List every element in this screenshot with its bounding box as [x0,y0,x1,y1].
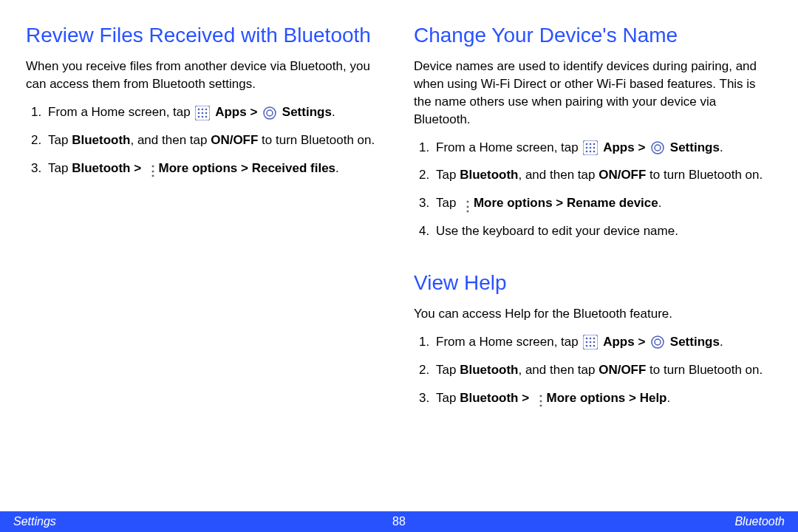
apps-label: Apps > [603,335,649,349]
step-item: From a Home screen, tap Apps > Settings. [45,103,384,121]
footer-left: Settings [13,515,392,528]
page-content: Review Files Received with Bluetooth Whe… [0,0,798,436]
svg-point-13 [586,143,588,146]
step-text: Tap [436,391,460,405]
step-text: Tap [48,133,72,147]
footer-right: Bluetooth [406,515,785,528]
svg-point-33 [593,345,596,347]
svg-point-28 [586,341,588,344]
steps-list: From a Home screen, tap Apps > Settings.… [414,333,772,406]
bold-text: Bluetooth > [72,161,145,175]
footer-page-number: 88 [392,515,406,528]
apps-label: Apps > [603,140,649,154]
svg-point-15 [593,143,596,146]
settings-label: Settings [282,105,332,119]
svg-point-14 [590,143,592,146]
step-item: Tap Bluetooth, and then tap ON/OFF to tu… [45,132,384,149]
svg-point-1 [198,108,200,110]
svg-point-27 [593,338,596,340]
step-item: Use the keyboard to edit your device nam… [433,222,772,240]
step-item: From a Home screen, tap Apps > Settings. [433,139,772,157]
apps-icon [583,140,598,155]
svg-point-18 [593,147,596,149]
section-intro: Device names are used to identify device… [414,58,772,128]
step-text: , and then tap [518,168,598,182]
settings-label: Settings [670,140,720,154]
left-column: Review Files Received with Bluetooth Whe… [26,22,384,436]
svg-point-3 [205,108,208,110]
bold-text: ON/OFF [211,133,258,147]
settings-icon [650,140,665,155]
step-text: From a Home screen, tap [436,335,582,349]
steps-list: From a Home screen, tap Apps > Settings.… [414,139,772,240]
section-intro: When you receive files from another devi… [26,58,384,93]
svg-point-5 [202,112,204,114]
apps-icon [195,106,210,120]
step-item: From a Home screen, tap Apps > Settings. [433,333,772,351]
section-heading: View Help [414,270,772,296]
svg-point-23 [655,145,661,151]
svg-point-11 [267,110,273,116]
svg-point-2 [202,108,204,110]
svg-point-22 [652,142,664,154]
step-item: Tap Bluetooth > More options > Help. [433,389,772,407]
bold-text: More options > Help [547,391,667,405]
settings-label: Settings [670,335,720,349]
step-item: Tap More options > Rename device. [433,194,772,212]
change-name-section: Change Your Device's Name Device names a… [414,22,772,240]
step-text: Tap [436,196,460,210]
bold-text: Bluetooth [460,363,518,377]
bold-text: Bluetooth [72,133,130,147]
step-text: , and then tap [130,133,211,147]
section-heading: Review Files Received with Bluetooth [26,22,384,49]
section-heading: Change Your Device's Name [414,22,772,49]
apps-label: Apps > [215,105,261,119]
svg-point-20 [590,151,592,153]
svg-point-32 [590,345,592,347]
bold-text: More options > Received files [159,161,336,175]
bold-text: Bluetooth > [460,391,533,405]
step-text: From a Home screen, tap [48,105,194,119]
section-intro: You can access Help for the Bluetooth fe… [414,305,772,323]
bold-text: ON/OFF [598,363,646,377]
step-text: to turn Bluetooth on. [646,168,763,182]
step-text: Use the keyboard to edit your device nam… [436,224,678,238]
bold-text: Bluetooth [460,168,518,182]
svg-point-7 [198,115,200,117]
step-item: Tap Bluetooth, and then tap ON/OFF to tu… [433,361,772,379]
svg-point-29 [590,341,592,344]
svg-point-9 [205,115,208,117]
page-footer: Settings 88 Bluetooth [0,511,798,532]
step-text: , and then tap [518,363,598,377]
more-options-icon [461,197,468,211]
step-item: Tap Bluetooth, and then tap ON/OFF to tu… [433,166,772,184]
more-options-icon [146,162,154,175]
step-text: Tap [436,363,460,377]
bold-text: More options > Rename device [474,196,658,210]
svg-point-19 [586,151,588,153]
svg-point-31 [586,345,588,347]
step-item: Tap Bluetooth > More options > Received … [45,160,384,177]
svg-point-34 [652,336,664,348]
step-text: Tap [48,161,72,175]
svg-point-35 [655,339,661,345]
steps-list: From a Home screen, tap Apps > Settings.… [26,103,384,177]
svg-point-4 [198,112,200,114]
apps-icon [583,335,598,349]
svg-point-30 [593,341,596,344]
svg-point-17 [590,147,592,149]
svg-point-25 [586,338,588,340]
svg-point-21 [593,151,596,153]
svg-point-16 [586,147,588,149]
review-files-section: Review Files Received with Bluetooth Whe… [26,22,384,177]
step-text: From a Home screen, tap [436,140,582,154]
step-text: to turn Bluetooth on. [258,133,375,147]
step-text: Tap [436,168,460,182]
svg-point-26 [590,338,592,340]
settings-icon [262,106,277,120]
svg-point-10 [264,107,276,119]
svg-point-6 [205,112,208,114]
svg-point-8 [202,115,204,117]
more-options-icon [534,392,542,405]
view-help-section: View Help You can access Help for the Bl… [414,270,772,407]
